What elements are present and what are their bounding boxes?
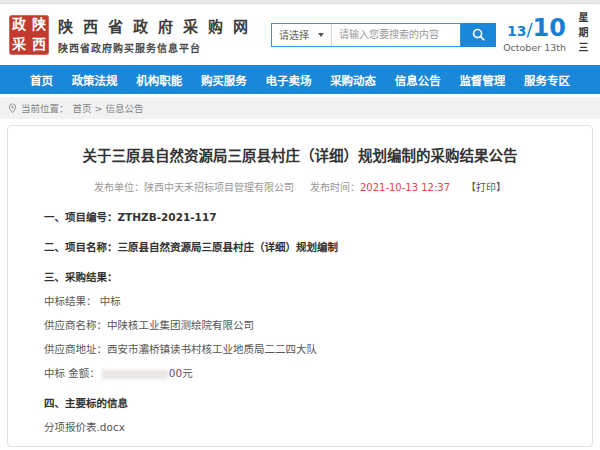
nav-item-home[interactable]: 首页 <box>30 72 53 88</box>
publish-time-value: 2021-10-13 12:37 <box>360 182 450 193</box>
date-day: 13 <box>507 23 526 39</box>
bid-result-value: 中标 <box>100 295 121 307</box>
date-english: October 13th <box>503 43 566 53</box>
supplier-address-row: 供应商地址：西安市灞桥镇读书村核工业地质局二二四大队 <box>44 341 556 356</box>
attachment-link[interactable]: 分项报价表.docx <box>44 419 556 434</box>
nav-item-supervision[interactable]: 监督管理 <box>459 72 505 88</box>
project-number-value: ZTHZB-2021-117 <box>118 211 217 223</box>
date-weekday: 星期三 <box>575 12 590 58</box>
search-box: 请选择 <box>271 23 496 47</box>
site-subtitle: 陕西省政府购买服务信息平台 <box>58 40 258 55</box>
search-input[interactable] <box>332 24 460 46</box>
search-frame: 请选择 <box>271 23 461 47</box>
supplier-address-label: 供应商地址： <box>44 343 107 355</box>
publisher: 发布单位：陕西中天禾招标项目管理有限公司 <box>94 179 294 194</box>
site-logo: 政 陕 采 西 <box>9 15 49 55</box>
nav-item-e-marketplace[interactable]: 电子卖场 <box>266 72 312 88</box>
nav-item-announcements[interactable]: 信息公告 <box>395 72 441 88</box>
bid-amount-label: 中标 金额： <box>44 367 100 379</box>
section-main-subject-info: 四、主要标的信息 <box>44 395 556 410</box>
publisher-label: 发布单位： <box>94 182 144 193</box>
search-icon <box>471 27 486 42</box>
breadcrumb-prefix: 当前位置： <box>21 101 69 115</box>
search-button[interactable] <box>461 23 496 47</box>
bid-result-row: 中标结果： 中标 <box>44 293 556 308</box>
logo-char: 陕 <box>29 15 49 35</box>
date-block: 13/10 October 13th <box>503 16 566 53</box>
date-numeric: 13/10 <box>503 16 566 40</box>
bid-amount-row: 中标 金额：00元 <box>44 365 556 380</box>
logo-char: 政 <box>9 15 29 35</box>
project-name-value: 三原县自然资源局三原县村庄（详细）规划编制 <box>118 241 339 253</box>
supplier-name-row: 供应商名称：中陕核工业集团测绘院有限公司 <box>44 317 556 332</box>
supplier-address-value: 西安市灞桥镇读书村核工业地质局二二四大队 <box>107 343 317 355</box>
breadcrumb: 当前位置： 首页 > 信息公告 <box>0 97 600 119</box>
article-title: 关于三原县自然资源局三原县村庄（详细）规划编制的采购结果公告 <box>44 144 556 165</box>
publish-time-label: 发布时间： <box>310 182 360 193</box>
bid-result-label: 中标结果： <box>44 295 97 307</box>
date-month: 10 <box>533 14 566 42</box>
search-category-select[interactable]: 请选择 <box>272 24 332 46</box>
nav-item-policies[interactable]: 政策法规 <box>72 72 118 88</box>
nav-item-procurement-news[interactable]: 采购动态 <box>330 72 376 88</box>
chevron-down-icon <box>318 33 324 37</box>
site-header: 政 陕 采 西 陕西省政府采购网 陕西省政府购买服务信息平台 请选择 13 <box>0 4 600 65</box>
site-title: 陕西省政府采购网 <box>58 15 258 36</box>
section-procurement-result: 三、采购结果： <box>44 269 556 284</box>
redacted-amount <box>102 370 168 379</box>
project-name-label: 二、项目名称： <box>44 241 118 253</box>
search-select-label: 请选择 <box>279 27 309 42</box>
nav-item-purchase-services[interactable]: 购买服务 <box>201 72 247 88</box>
site-names: 陕西省政府采购网 陕西省政府购买服务信息平台 <box>58 15 258 55</box>
logo-char: 西 <box>29 35 49 55</box>
location-pin-icon <box>8 103 17 114</box>
nav-item-service-zone[interactable]: 服务专区 <box>524 72 570 88</box>
supplier-name-value: 中陕核工业集团测绘院有限公司 <box>107 319 254 331</box>
publisher-value: 陕西中天禾招标项目管理有限公司 <box>144 182 294 193</box>
section-project-name: 二、项目名称：三原县自然资源局三原县村庄（详细）规划编制 <box>44 239 556 254</box>
main-nav: 首页 政策法规 机构职能 购买服务 电子卖场 采购动态 信息公告 监督管理 服务… <box>0 65 600 94</box>
article-content: 一、项目编号：ZTHZB-2021-117 二、项目名称：三原县自然资源局三原县… <box>44 209 556 447</box>
bid-amount-suffix: 00元 <box>169 367 193 379</box>
supplier-name-label: 供应商名称： <box>44 319 107 331</box>
nav-item-functions[interactable]: 机构职能 <box>136 72 182 88</box>
logo-char: 采 <box>9 35 29 55</box>
article-card: 关于三原县自然资源局三原县村庄（详细）规划编制的采购结果公告 发布单位：陕西中天… <box>7 125 593 447</box>
publish-time: 发布时间：2021-10-13 12:37 <box>310 179 450 194</box>
project-number-label: 一、项目编号： <box>44 211 118 223</box>
article-meta: 发布单位：陕西中天禾招标项目管理有限公司 发布时间：2021-10-13 12:… <box>44 179 556 194</box>
breadcrumb-path[interactable]: 首页 > 信息公告 <box>73 101 144 115</box>
print-button[interactable]: 【打印】 <box>466 179 506 194</box>
section-project-number: 一、项目编号：ZTHZB-2021-117 <box>44 209 556 224</box>
